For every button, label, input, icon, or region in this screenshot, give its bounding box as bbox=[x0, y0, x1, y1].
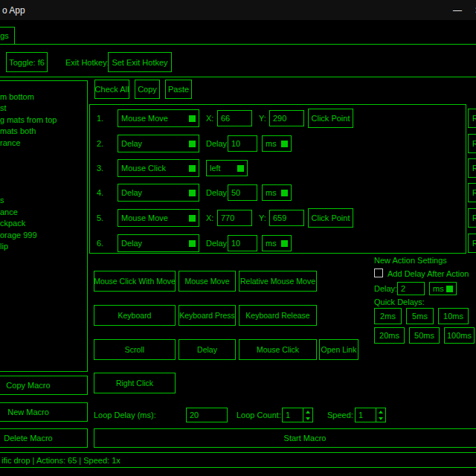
close-button[interactable]: ✕ bbox=[467, 0, 476, 20]
speed-input[interactable] bbox=[356, 408, 376, 422]
spinner-up-icon[interactable] bbox=[303, 408, 312, 415]
delay-input[interactable] bbox=[228, 135, 257, 152]
dropdown-arrow-icon bbox=[281, 190, 288, 196]
new-macro-button[interactable]: New Macro bbox=[0, 402, 88, 422]
action-row: 1. Mouse Move X: Y: Click Point R bbox=[0, 109, 476, 129]
quick-delay-5ms-button[interactable]: 5ms bbox=[406, 308, 434, 324]
new-action-delay-input[interactable] bbox=[397, 282, 425, 295]
copy-macro-button[interactable]: Copy Macro bbox=[0, 376, 88, 395]
x-input[interactable] bbox=[217, 110, 252, 126]
dropdown-arrow-icon bbox=[237, 165, 244, 172]
spinner-down-icon[interactable] bbox=[303, 415, 312, 422]
right-click-button[interactable]: Right Click bbox=[94, 373, 176, 393]
delete-macro-button[interactable]: Delete Macro bbox=[0, 428, 88, 448]
action-row: 3. Mouse Click left R bbox=[0, 159, 476, 178]
spinner-up-icon[interactable] bbox=[376, 408, 385, 415]
action-row-number: 5. bbox=[97, 209, 103, 227]
action-type-value: Mouse Move bbox=[121, 213, 168, 222]
window-title: o App bbox=[2, 0, 25, 20]
paste-button[interactable]: Paste bbox=[165, 80, 192, 99]
x-label: X: bbox=[206, 209, 213, 227]
spinner bbox=[303, 408, 312, 422]
mouse-button-dropdown[interactable]: left bbox=[206, 160, 248, 176]
spinner-down-icon[interactable] bbox=[376, 415, 385, 422]
remove-button[interactable]: R bbox=[468, 158, 476, 178]
check-all-button[interactable]: Check All bbox=[94, 80, 129, 99]
scroll-button[interactable]: Scroll bbox=[94, 339, 176, 360]
quick-delay-100ms-button[interactable]: 100ms bbox=[444, 327, 475, 344]
minimize-button[interactable]: — bbox=[446, 0, 469, 20]
action-type-value: Mouse Click bbox=[121, 164, 166, 173]
dropdown-arrow-icon bbox=[189, 215, 196, 222]
remove-button[interactable]: R bbox=[468, 234, 476, 253]
dropdown-arrow-icon bbox=[189, 165, 196, 172]
delay-unit-value: ms bbox=[266, 139, 277, 148]
quick-delay-20ms-button[interactable]: 20ms bbox=[374, 327, 405, 344]
loop-count-stepper[interactable] bbox=[282, 408, 313, 422]
action-type-value: Delay bbox=[121, 139, 142, 148]
mouse-button-value: left bbox=[210, 164, 221, 173]
remove-button[interactable]: R bbox=[468, 183, 476, 202]
action-type-value: Delay bbox=[121, 239, 142, 248]
quick-delay-10ms-button[interactable]: 10ms bbox=[438, 308, 469, 324]
mouse-move-button[interactable]: Mouse Move bbox=[178, 271, 236, 292]
macro-list-item[interactable]: m bottom bbox=[0, 91, 86, 102]
new-action-settings-title: New Action Settings bbox=[374, 255, 447, 266]
action-type-dropdown[interactable]: Delay bbox=[118, 135, 199, 152]
action-type-dropdown[interactable]: Delay bbox=[118, 234, 199, 252]
action-row-number: 1. bbox=[97, 109, 103, 127]
click-point-button[interactable]: Click Point bbox=[308, 208, 353, 228]
y-label: Y: bbox=[259, 109, 266, 127]
set-exit-hotkey-button[interactable]: Set Exit Hotkey bbox=[108, 52, 172, 72]
start-macro-button[interactable]: Start Macro bbox=[94, 428, 476, 448]
remove-button[interactable]: R bbox=[468, 109, 476, 128]
delay-unit-dropdown[interactable]: ms bbox=[262, 184, 292, 201]
action-type-dropdown[interactable]: Mouse Click bbox=[118, 159, 199, 177]
action-type-dropdown[interactable]: Mouse Move bbox=[118, 109, 199, 127]
dropdown-arrow-icon bbox=[281, 141, 288, 147]
new-action-unit-dropdown[interactable]: ms bbox=[429, 282, 457, 295]
y-input[interactable] bbox=[269, 110, 304, 126]
action-row: 4. Delay Delay: ms R bbox=[0, 184, 476, 203]
dropdown-arrow-icon bbox=[281, 240, 288, 247]
open-link-button[interactable]: Open Link bbox=[319, 339, 358, 360]
delay-label: Delay: bbox=[206, 184, 229, 202]
exit-hotkey-label: Exit Hotkey: bbox=[65, 52, 109, 72]
mouse-click-button[interactable]: Mouse Click bbox=[239, 339, 317, 360]
loop-count-input[interactable] bbox=[283, 408, 303, 422]
x-input[interactable] bbox=[217, 210, 252, 226]
delay-input[interactable] bbox=[228, 235, 257, 251]
mouse-click-with-move-button[interactable]: Mouse Click With Move bbox=[94, 271, 176, 292]
keyboard-release-button[interactable]: Keyboard Release bbox=[239, 305, 317, 326]
delay-unit-dropdown[interactable]: ms bbox=[262, 235, 292, 251]
remove-button[interactable]: R bbox=[468, 134, 476, 153]
keyboard-button[interactable]: Keyboard bbox=[94, 305, 176, 326]
dropdown-arrow-icon bbox=[189, 141, 196, 147]
titlebar: o App — ✕ bbox=[0, 0, 476, 20]
delay-input[interactable] bbox=[228, 184, 257, 201]
action-type-dropdown[interactable]: Mouse Move bbox=[118, 209, 199, 227]
remove-button[interactable]: R bbox=[468, 208, 476, 228]
quick-delay-50ms-button[interactable]: 50ms bbox=[409, 327, 440, 344]
action-type-dropdown[interactable]: Delay bbox=[118, 184, 199, 202]
delay-button[interactable]: Delay bbox=[178, 339, 236, 360]
y-input[interactable] bbox=[269, 210, 304, 226]
add-delay-checkbox[interactable] bbox=[374, 268, 383, 277]
settings-tab[interactable]: gs bbox=[0, 27, 15, 45]
action-type-value: Delay bbox=[121, 188, 142, 197]
keyboard-press-button[interactable]: Keyboard Press bbox=[178, 305, 236, 326]
relative-mouse-move-button[interactable]: Relative Mouse Move bbox=[239, 271, 317, 292]
dropdown-arrow-icon bbox=[189, 240, 196, 247]
toggle-hotkey-button[interactable]: Toggle: f6 bbox=[6, 52, 48, 72]
status-text: ific drop | Actions: 65 | Speed: 1x bbox=[1, 456, 120, 465]
loop-delay-input[interactable] bbox=[186, 408, 228, 422]
spinner bbox=[376, 408, 385, 422]
action-row-number: 3. bbox=[97, 159, 103, 177]
add-delay-label: Add Delay After Action bbox=[387, 268, 469, 279]
speed-stepper[interactable] bbox=[355, 408, 386, 422]
quick-delay-2ms-button[interactable]: 2ms bbox=[374, 308, 402, 324]
delay-unit-dropdown[interactable]: ms bbox=[262, 135, 292, 152]
copy-button[interactable]: Copy bbox=[135, 80, 160, 99]
click-point-button[interactable]: Click Point bbox=[308, 109, 353, 128]
delay-unit-value: ms bbox=[266, 239, 277, 248]
